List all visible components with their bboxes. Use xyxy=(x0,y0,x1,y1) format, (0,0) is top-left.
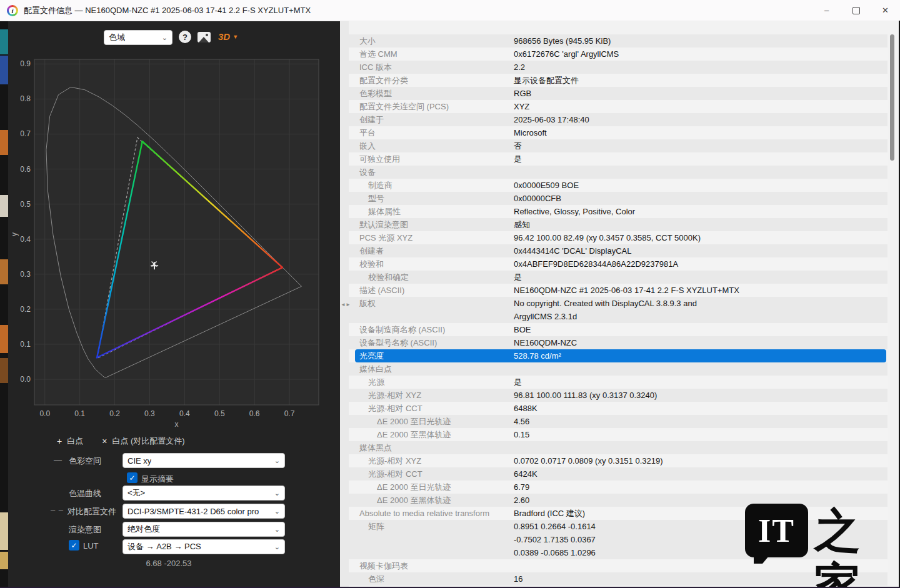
x-axis-title: x xyxy=(175,420,179,429)
property-row[interactable]: 光源-相对 XYZ96.81 100.00 111.83 (xy 0.3137 … xyxy=(349,389,888,402)
panel-splitter[interactable]: ◄► xyxy=(340,21,349,588)
background-fragment xyxy=(0,195,8,217)
property-label: 描述 (ASCII) xyxy=(349,284,514,297)
property-row[interactable]: 设备 xyxy=(349,166,888,179)
chevron-down-icon: ⌄ xyxy=(274,543,280,551)
tempcurve-select[interactable]: <无> ⌄ xyxy=(122,486,285,501)
lut-checkbox[interactable]: ✓ xyxy=(69,540,79,551)
property-row[interactable]: 光源-相对 XYZ0.0702 0.0717 0.0809 (xy 0.3151… xyxy=(349,454,888,467)
property-row[interactable]: 设备型号名称 (ASCII)NE160QDM-NZC xyxy=(349,336,888,349)
property-row[interactable]: ΔE 2000 至日光轨迹4.56 xyxy=(349,415,888,428)
property-value: 0x00000CFB xyxy=(514,192,888,205)
y-tick-label: 0.7 xyxy=(20,129,31,138)
property-row-selected[interactable]: 光亮度528.78 cd/m² xyxy=(355,349,886,362)
plus-marker-icon: + xyxy=(57,436,62,446)
property-row[interactable]: 创建于2025-06-03 17:48:40 xyxy=(349,113,888,126)
cross-marker-icon: × xyxy=(102,436,107,446)
chevron-down-icon: ⌄ xyxy=(274,526,280,534)
property-row[interactable]: 色彩模型RGB xyxy=(349,87,888,100)
view-3d-button[interactable]: 3D ▼ xyxy=(218,31,238,42)
property-row[interactable]: 型号0x00000CFB xyxy=(349,192,888,205)
property-row[interactable]: 光源-相对 CCT6488K xyxy=(349,402,888,415)
property-value: 0x0000E509 BOE xyxy=(514,179,888,192)
property-row[interactable]: 媒体属性Reflective, Glossy, Positive, Color xyxy=(349,205,888,218)
property-row[interactable]: 大小968656 Bytes (945.95 KiB) xyxy=(349,34,888,47)
x-tick-label: 0.4 xyxy=(179,409,190,418)
property-row[interactable]: 设备制造商名称 (ASCII)BOE xyxy=(349,323,888,336)
plot-type-select[interactable]: 色域 ⌄ xyxy=(104,30,172,45)
property-label: 光源-相对 CCT xyxy=(349,402,514,415)
background-fragment xyxy=(0,325,8,353)
property-row[interactable]: ΔE 2000 至日光轨迹6.79 xyxy=(349,481,888,494)
property-value: 968656 Bytes (945.95 KiB) xyxy=(514,34,888,47)
property-label: ΔE 2000 至日光轨迹 xyxy=(349,481,514,494)
legend-whitepoint-compare-label: 白点 (对比配置文件) xyxy=(112,436,184,447)
property-row[interactable]: 校验和0x4ABFEF9D8ED628344A86A22D9237981A xyxy=(349,257,888,271)
property-row[interactable]: 配置文件分类显示设备配置文件 xyxy=(349,74,888,87)
property-label: ΔE 2000 至黑体轨迹 xyxy=(349,428,514,441)
help-button[interactable]: ? xyxy=(179,31,191,43)
property-label: 光源-相对 CCT xyxy=(349,467,514,481)
maximize-button[interactable] xyxy=(841,0,871,21)
property-value: Reflective, Glossy, Positive, Color xyxy=(514,205,888,218)
property-row[interactable]: 制造商0x0000E509 BOE xyxy=(349,179,888,192)
property-row[interactable]: 媒体黑点 xyxy=(349,441,888,454)
property-label: 设备制造商名称 (ASCII) xyxy=(349,323,514,336)
close-button[interactable]: ✕ xyxy=(871,0,900,21)
property-value: 0x4ABFEF9D8ED628344A86A22D9237981A xyxy=(514,257,888,271)
property-label: 光源 xyxy=(349,376,514,389)
property-label: 首选 CMM xyxy=(349,47,514,61)
property-value: 528.78 cd/m² xyxy=(514,349,886,362)
property-row[interactable]: 校验和确定是 xyxy=(349,271,888,284)
property-label: 视频卡伽玛表 xyxy=(349,559,514,572)
minimize-button[interactable]: – xyxy=(812,0,841,21)
show-summary-checkbox[interactable]: ✓ xyxy=(127,472,138,483)
property-label: ΔE 2000 至日光轨迹 xyxy=(349,415,514,428)
property-row[interactable]: ICC 版本2.2 xyxy=(349,61,888,74)
property-row[interactable]: 首选 CMM0x6172676C 'argl' ArgyllCMS xyxy=(349,47,888,61)
property-value: 6488K xyxy=(514,402,888,415)
compare-profile-select[interactable]: DCI-P3/SMPTE-431-2 D65 color pro ⌄ xyxy=(122,504,285,519)
property-label: 型号 xyxy=(349,192,514,205)
property-row[interactable]: 光源-相对 CCT6424K xyxy=(349,467,888,481)
ithome-logo-text: 之家 xyxy=(814,504,891,588)
chart-legend: + 白点 × 白点 (对比配置文件) xyxy=(57,436,185,447)
solid-line-icon: — xyxy=(54,455,62,464)
property-row[interactable]: PCS 光源 XYZ96.42 100.00 82.49 (xy 0.3457 … xyxy=(349,231,888,244)
background-fragment xyxy=(0,358,8,383)
property-row[interactable]: ΔE 2000 至黑体轨迹0.15 xyxy=(349,428,888,441)
property-row[interactable]: 平台Microsoft xyxy=(349,126,888,139)
property-row[interactable]: 光源是 xyxy=(349,376,888,389)
x-tick-label: 0.1 xyxy=(74,409,85,418)
property-value: BOE xyxy=(514,323,888,336)
property-value: 是 xyxy=(514,376,888,389)
property-row[interactable]: 可独立使用是 xyxy=(349,152,888,166)
property-label: ICC 版本 xyxy=(349,61,514,74)
property-row[interactable]: 配置文件关连空间 (PCS)XYZ xyxy=(349,100,888,113)
lut-direction-select[interactable]: 设备 → A2B → PCS ⌄ xyxy=(122,539,285,554)
image-icon xyxy=(199,37,209,42)
property-row[interactable]: 默认渲染意图感知 xyxy=(349,218,888,231)
legend-whitepoint-label: 白点 xyxy=(67,436,83,447)
property-value: 6.79 xyxy=(514,481,888,494)
property-label: 色深 xyxy=(349,572,514,586)
property-row[interactable]: 描述 (ASCII)NE160QDM-NZC #1 2025-06-03 17-… xyxy=(349,284,888,297)
property-label: 矩阵 xyxy=(349,520,514,559)
profile-properties-panel: 大小968656 Bytes (945.95 KiB)首选 CMM0x61726… xyxy=(349,21,900,588)
colorspace-select[interactable]: CIE xy ⌄ xyxy=(122,453,285,468)
property-value: XYZ xyxy=(514,100,888,113)
property-row[interactable]: 版权No copyright. Created with DisplayCAL … xyxy=(349,297,888,323)
property-row[interactable]: 嵌入否 xyxy=(349,139,888,152)
property-list: 大小968656 Bytes (945.95 KiB)首选 CMM0x61726… xyxy=(349,34,888,586)
save-image-button[interactable] xyxy=(198,32,211,42)
property-row[interactable]: 媒体白点 xyxy=(349,362,888,376)
intent-select[interactable]: 绝对色度 ⌄ xyxy=(122,522,285,537)
property-label: 创建者 xyxy=(349,244,514,257)
property-label: ΔE 2000 至黑体轨迹 xyxy=(349,494,514,507)
y-tick-label: 0.0 xyxy=(20,375,31,384)
chevron-down-icon: ⌄ xyxy=(274,489,280,497)
property-row[interactable]: 创建者0x4443414C 'DCAL' DisplayCAL xyxy=(349,244,888,257)
cursor-coordinates: 6.68 -202.53 xyxy=(75,559,262,568)
scrollbar-thumb[interactable] xyxy=(890,34,894,161)
x-tick-label: 0.5 xyxy=(214,409,225,418)
